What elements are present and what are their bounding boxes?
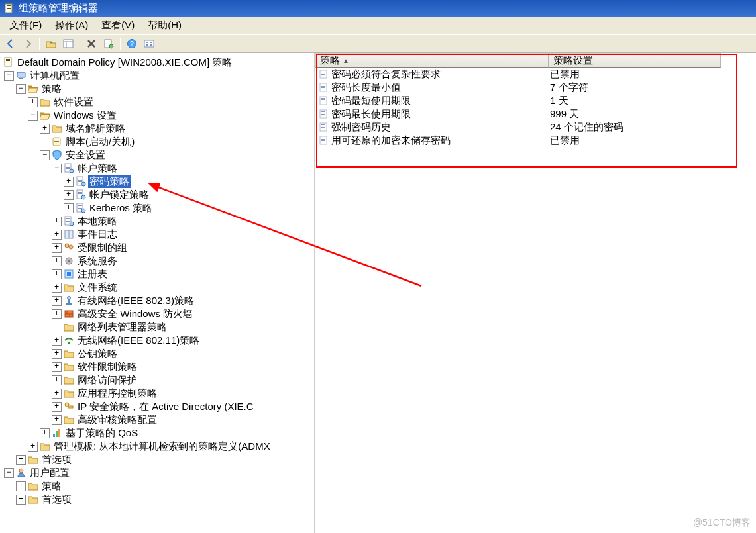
expander-icon[interactable]: +	[28, 442, 38, 452]
expander-icon[interactable]: −	[16, 84, 26, 94]
list-row[interactable]: 密码长度最小值7 个字符	[315, 81, 756, 94]
expander-icon[interactable]: −	[4, 468, 14, 478]
tree-local-policies[interactable]: + 本地策略	[1, 215, 313, 228]
tree-computer-config[interactable]: − 计算机配置	[1, 69, 313, 82]
tree-registry[interactable]: + 注册表	[1, 267, 313, 281]
tree-label: 软件设置	[52, 95, 95, 109]
tree-adv-audit[interactable]: + 高级审核策略配置	[1, 413, 313, 426]
tree-password-policy[interactable]: + 密码策略	[1, 175, 313, 188]
expander-icon[interactable]: +	[40, 124, 50, 134]
list-row[interactable]: 密码最长使用期限999 天	[315, 107, 756, 121]
expander-icon[interactable]: +	[52, 349, 62, 359]
menu-help[interactable]: 帮助(H)	[141, 18, 188, 33]
tree-account-policies[interactable]: − 帐户策略	[1, 162, 313, 175]
expander-icon[interactable]: +	[64, 203, 74, 213]
toolbar-help-icon[interactable]	[124, 36, 140, 51]
expander-icon[interactable]: +	[40, 428, 50, 438]
toolbar-properties-icon[interactable]	[101, 36, 117, 51]
column-header-setting[interactable]: 策略设置	[549, 53, 721, 68]
expander-icon[interactable]: +	[64, 177, 74, 187]
tree-label: 应用程序控制策略	[76, 387, 158, 400]
expander-icon[interactable]: +	[52, 256, 62, 266]
toolbar-listview-icon[interactable]	[60, 36, 76, 51]
expander-icon[interactable]: +	[28, 97, 38, 107]
tree-label: 用户配置	[28, 466, 71, 479]
toolbar-back-icon[interactable]	[3, 36, 19, 51]
tree-kerberos-policy[interactable]: + Kerberos 策略	[1, 201, 313, 215]
tree-event-log[interactable]: + 事件日志	[1, 228, 313, 241]
tree-user-pref[interactable]: + 首选项	[1, 493, 313, 506]
menu-view[interactable]: 查看(V)	[95, 18, 141, 33]
tree-public-key[interactable]: + 公钥策略	[1, 347, 313, 360]
expander-icon[interactable]: +	[52, 243, 62, 253]
tree-software-settings[interactable]: + 软件设置	[1, 95, 313, 109]
expander-icon[interactable]: +	[52, 402, 62, 412]
tree-label: 网络访问保护	[76, 373, 138, 387]
tree-account-lockout[interactable]: + 帐户锁定策略	[1, 188, 313, 201]
tree-app-control[interactable]: + 应用程序控制策略	[1, 387, 313, 400]
tree-wireless-network[interactable]: + 无线网络(IEEE 802.11)策略	[1, 334, 313, 347]
tree-policy[interactable]: − 策略	[1, 82, 313, 95]
expander-icon[interactable]: +	[52, 336, 62, 346]
tree-name-res-policy[interactable]: + 域名解析策略	[1, 122, 313, 135]
tree-user-policy[interactable]: + 策略	[1, 479, 313, 493]
expander-icon[interactable]: +	[52, 375, 62, 385]
expander-icon[interactable]: +	[52, 389, 62, 399]
policy-item-icon	[318, 122, 330, 132]
tree-label: 网络列表管理器策略	[76, 320, 168, 334]
tree-wired-network[interactable]: + 有线网络(IEEE 802.3)策略	[1, 294, 313, 307]
expander-icon[interactable]: +	[52, 362, 62, 372]
expander-icon[interactable]: +	[52, 269, 62, 279]
tree-label: 帐户策略	[76, 162, 119, 175]
toolbar-up-icon[interactable]	[43, 36, 59, 51]
tree-label: 无线网络(IEEE 802.11)策略	[76, 334, 201, 347]
column-header-policy[interactable]: 策略 ▲	[315, 53, 549, 68]
tree-user-config[interactable]: − 用户配置	[1, 466, 313, 479]
list-row[interactable]: 强制密码历史24 个记住的密码	[315, 121, 756, 134]
expander-icon[interactable]: +	[52, 415, 62, 425]
tree-policy-qos[interactable]: + 基于策略的 QoS	[1, 426, 313, 440]
list-row[interactable]: 密码最短使用期限1 天	[315, 94, 756, 107]
expander-icon[interactable]: +	[52, 283, 62, 293]
expander-icon[interactable]: +	[52, 309, 62, 319]
tree-pane[interactable]: Default Domain Policy [WIN2008.XIE.COM] …	[0, 53, 315, 533]
tree-label: 注册表	[76, 267, 109, 281]
tree-windows-settings[interactable]: − Windows 设置	[1, 109, 313, 122]
expander-icon[interactable]: +	[16, 481, 26, 491]
toolbar-view-icon[interactable]	[141, 36, 157, 51]
tree-ipsec[interactable]: + IP 安全策略，在 Active Directory (XIE.C	[1, 400, 313, 413]
toolbar-forward-icon[interactable]	[20, 36, 36, 51]
expander-icon[interactable]: −	[4, 71, 14, 81]
tree-security-settings[interactable]: − 安全设置	[1, 148, 313, 162]
tree-admin-templates[interactable]: + 管理模板: 从本地计算机检索到的策略定义(ADMX	[1, 440, 313, 453]
tree-windows-firewall[interactable]: + 高级安全 Windows 防火墙	[1, 307, 313, 320]
tree-network-list-mgr[interactable]: · 网络列表管理器策略	[1, 320, 313, 334]
toolbar	[0, 34, 756, 53]
expander-icon[interactable]: +	[52, 296, 62, 306]
list-row[interactable]: 用可还原的加密来储存密码已禁用	[315, 134, 756, 147]
tree-restricted-groups[interactable]: + 受限制的组	[1, 241, 313, 254]
tree-scripts[interactable]: · 脚本(启动/关机)	[1, 135, 313, 148]
toolbar-delete-icon[interactable]	[83, 36, 99, 51]
title-bar: 组策略管理编辑器	[0, 0, 756, 17]
tree-file-system[interactable]: + 文件系统	[1, 281, 313, 294]
expander-icon[interactable]: −	[40, 150, 50, 160]
expander-icon[interactable]: +	[64, 190, 74, 200]
expander-icon[interactable]: +	[16, 495, 26, 505]
list-pane[interactable]: 策略 ▲ 策略设置 密码必须符合复杂性要求已禁用密码长度最小值7 个字符密码最短…	[315, 53, 756, 533]
tree-software-restriction[interactable]: + 软件限制策略	[1, 360, 313, 373]
tree-label: 系统服务	[76, 254, 119, 267]
expander-icon[interactable]: −	[52, 164, 62, 173]
tree-nap[interactable]: + 网络访问保护	[1, 373, 313, 387]
policy-item-icon	[318, 82, 330, 93]
menu-file[interactable]: 文件(F)	[3, 18, 48, 33]
expander-icon[interactable]: +	[16, 455, 26, 465]
list-row[interactable]: 密码必须符合复杂性要求已禁用	[315, 68, 756, 81]
tree-root[interactable]: Default Domain Policy [WIN2008.XIE.COM] …	[1, 56, 313, 69]
expander-icon[interactable]: +	[52, 230, 62, 240]
expander-icon[interactable]: +	[52, 217, 62, 226]
tree-system-services[interactable]: + 系统服务	[1, 254, 313, 267]
menu-action[interactable]: 操作(A)	[48, 18, 95, 33]
tree-pref1[interactable]: + 首选项	[1, 453, 313, 466]
expander-icon[interactable]: −	[28, 111, 38, 121]
